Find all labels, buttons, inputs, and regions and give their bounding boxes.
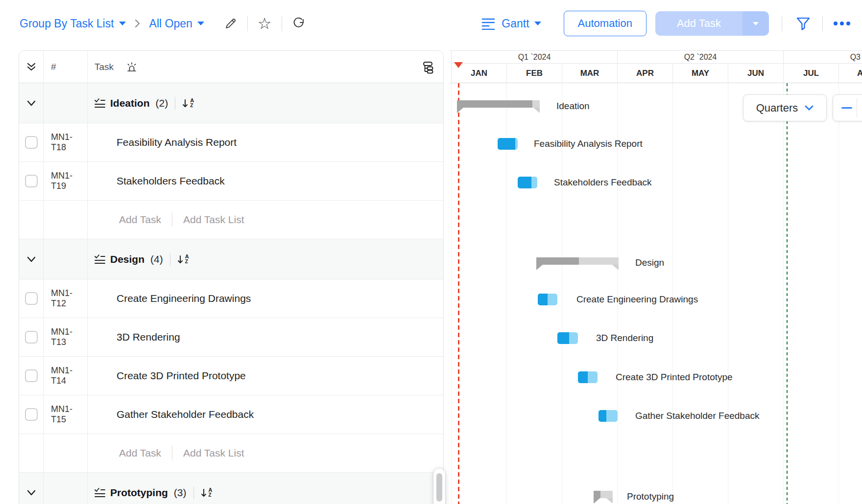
row-main-cell: Feasibility Analysis Report	[88, 123, 443, 161]
row-main-cell: Gather Stakeholder Feedback	[88, 395, 443, 434]
sort-az-letters: AZ	[185, 254, 189, 264]
group-collapse-toggle[interactable]	[26, 255, 37, 263]
task-list-name[interactable]: Ideation	[110, 97, 150, 109]
task-column-header: Task	[88, 51, 443, 83]
task-list-count: (4)	[150, 253, 163, 265]
task-checkbox[interactable]	[25, 408, 38, 421]
task-checkbox[interactable]	[25, 331, 38, 344]
task-checkbox[interactable]	[25, 292, 38, 305]
sort-az-button[interactable]: AZ	[201, 487, 213, 498]
vertical-scrollbar[interactable]	[433, 468, 446, 504]
gantt-timeline-header: Q1 `2024Q2 `2024Q3 `2024JANFEBMARAPRMAYJ…	[450, 50, 862, 83]
group-collapse-toggle[interactable]	[26, 99, 37, 107]
add-task-row: Add TaskAdd Task List	[19, 434, 443, 473]
task-checkbox[interactable]	[25, 369, 38, 382]
add-task-list-link[interactable]: Add Task List	[183, 214, 244, 226]
month-gridline	[783, 83, 784, 504]
chevron-down-icon	[26, 489, 37, 497]
reminder-siren-icon[interactable]	[125, 61, 138, 73]
month-header-jul: JUL	[783, 64, 838, 83]
sort-az-button[interactable]: AZ	[182, 98, 194, 109]
task-title[interactable]: Gather Stakeholder Feedback	[88, 409, 254, 420]
summary-left-tip	[457, 108, 463, 113]
task-bar-create-3d-printed-prototype[interactable]	[578, 371, 598, 383]
summary-right-tip	[533, 108, 540, 113]
sort-az-button[interactable]: AZ	[177, 254, 189, 265]
task-bar-gather-stakeholder-feedback[interactable]	[599, 410, 618, 422]
group-divider	[175, 97, 175, 110]
task-title[interactable]: Create Engineering Drawings	[88, 293, 251, 304]
task-list-icon-wrap	[94, 97, 106, 109]
month-header-mar: MAR	[562, 64, 617, 83]
add-task-link[interactable]: Add Task	[119, 214, 161, 226]
row-expand-cell	[19, 83, 44, 123]
task-list-icon-wrap	[94, 487, 106, 499]
view-filter-selector[interactable]: All Open	[149, 17, 192, 30]
toolbar-divider	[282, 16, 282, 31]
add-links-divider	[172, 446, 172, 460]
zoom-out-button[interactable]	[833, 94, 862, 121]
row-id-cell: MN1-T15	[44, 395, 88, 434]
month-header-may: MAY	[672, 64, 728, 83]
task-row-mn1-t19: MN1-T19Stakeholders Feedback	[19, 162, 443, 201]
collapse-all-icon[interactable]	[26, 62, 37, 72]
task-title[interactable]: Create 3D Printed Prototype	[88, 370, 246, 382]
edit-icon[interactable]	[224, 17, 238, 30]
collapse-all-cell	[19, 51, 44, 83]
task-row-mn1-t12: MN1-T12Create Engineering Drawings	[19, 279, 443, 318]
month-gridline	[451, 83, 452, 504]
task-id: MN1-T15	[51, 404, 87, 425]
task-row-mn1-t13: MN1-T133D Rendering	[19, 318, 443, 357]
button-divider	[857, 98, 857, 117]
month-gridline	[672, 83, 673, 504]
sort-arrow-wrap	[182, 98, 189, 109]
task-bar-progress	[498, 138, 515, 150]
task-title[interactable]: Stakeholders Feedback	[88, 175, 225, 187]
favorite-star-icon[interactable]: ☆	[258, 16, 272, 31]
row-expand-cell	[19, 434, 44, 472]
task-checkbox[interactable]	[25, 136, 38, 149]
row-select-cell	[19, 162, 44, 200]
summary-progress	[594, 491, 600, 498]
month-gridline	[838, 83, 839, 504]
timeline-scale-selector[interactable]: Quarters	[743, 94, 827, 121]
group-by-selector[interactable]: Group By Task List	[20, 17, 114, 30]
quarter-header-q2-2024: Q2 `2024	[617, 51, 783, 64]
scrollbar-thumb[interactable]	[436, 473, 442, 502]
task-list-name[interactable]: Design	[110, 253, 144, 265]
summary-bar-ideation[interactable]	[457, 100, 540, 108]
task-list-icon	[94, 487, 106, 499]
sort-arrow-icon	[182, 98, 189, 109]
task-id: MN1-T14	[51, 366, 87, 386]
chevron-down-icon	[119, 22, 126, 25]
summary-left-tip	[536, 265, 543, 270]
add-task-link[interactable]: Add Task	[119, 447, 161, 459]
task-bar-create-engineering-drawings[interactable]	[538, 294, 557, 305]
today-line	[458, 83, 459, 504]
month-header-aug: AUG	[838, 64, 862, 83]
summary-bar-design[interactable]	[536, 257, 619, 265]
task-checkbox[interactable]	[25, 175, 38, 187]
add-task-list-link[interactable]: Add Task List	[183, 447, 244, 459]
summary-bar-prototyping[interactable]	[594, 491, 613, 498]
row-select-cell	[19, 357, 44, 395]
task-title[interactable]: Feasibility Analysis Report	[88, 137, 237, 148]
task-id: MN1-T13	[51, 327, 87, 347]
group-collapse-toggle[interactable]	[26, 489, 37, 497]
summary-progress	[457, 100, 532, 108]
task-bar-3d-rendering[interactable]	[557, 332, 578, 344]
task-row-mn1-t15: MN1-T15Gather Stakeholder Feedback	[19, 395, 443, 434]
task-bar-feasibility-analysis-report[interactable]	[498, 138, 518, 150]
task-bar-stakeholders-feedback[interactable]	[518, 177, 537, 188]
task-list-icon	[94, 97, 106, 109]
row-select-cell	[19, 318, 44, 356]
row-main-cell: Ideation(2)AZ	[88, 83, 443, 123]
subtask-hierarchy-icon[interactable]	[422, 60, 435, 74]
refresh-icon[interactable]	[292, 17, 306, 30]
task-title[interactable]: 3D Rendering	[88, 331, 180, 343]
month-gridline	[728, 83, 728, 504]
row-id-cell	[44, 239, 88, 279]
task-list-name[interactable]: Prototyping	[110, 487, 168, 499]
sort-az-letters: AZ	[209, 487, 213, 498]
task-row-mn1-t14: MN1-T14Create 3D Printed Prototype	[19, 357, 443, 395]
